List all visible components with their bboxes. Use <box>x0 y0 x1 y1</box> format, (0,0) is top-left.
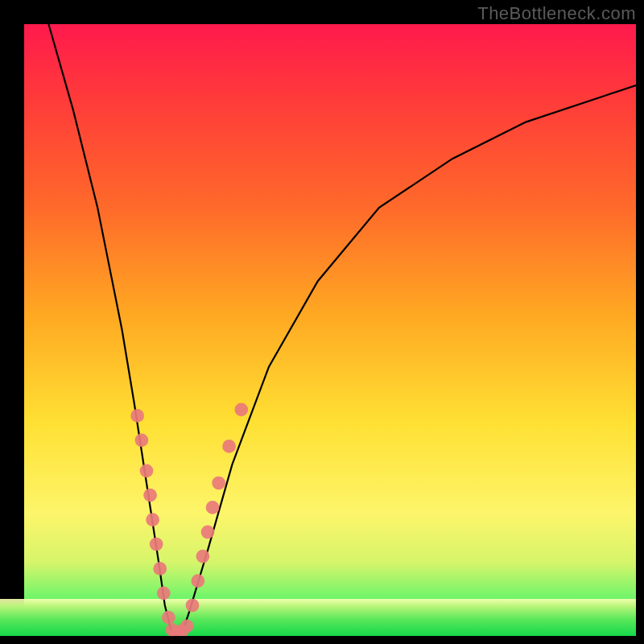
data-marker <box>206 501 220 514</box>
data-marker <box>180 619 194 633</box>
data-marker <box>146 513 159 526</box>
plot-area <box>24 24 636 636</box>
watermark-label: TheBottleneck.com <box>477 3 636 24</box>
data-marker <box>157 586 171 600</box>
curve-layer <box>24 24 636 636</box>
data-marker <box>186 599 200 613</box>
data-marker <box>143 489 157 502</box>
data-marker <box>222 440 236 453</box>
bottleneck-curve <box>48 24 636 636</box>
chart-frame: TheBottleneck.com <box>0 0 644 644</box>
data-marker <box>201 525 215 539</box>
data-marker <box>140 464 154 477</box>
data-marker <box>162 611 175 625</box>
data-marker <box>212 477 225 490</box>
data-marker <box>150 538 163 551</box>
data-marker <box>234 402 248 416</box>
data-marker <box>135 433 149 447</box>
data-marker <box>153 562 167 576</box>
data-marker <box>191 574 204 588</box>
data-marker <box>196 550 210 564</box>
data-marker <box>130 409 144 423</box>
